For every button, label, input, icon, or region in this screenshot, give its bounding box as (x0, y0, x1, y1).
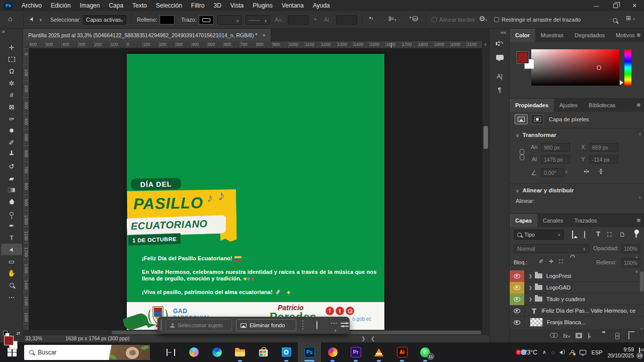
menu-imagen[interactable]: Imagen (75, 2, 104, 9)
document-info[interactable]: 1638 px x 1764 px (300 ppp) (65, 336, 129, 341)
tab-motivos[interactable]: Motivos (610, 29, 640, 42)
layer-row[interactable]: ❯Titulo y cuadros (510, 294, 644, 305)
dodge-tool[interactable] (1, 208, 22, 220)
menu-edicion[interactable]: Edición (46, 2, 75, 9)
menu-texto[interactable]: Texto (128, 2, 151, 9)
zoom-tool[interactable] (1, 279, 22, 291)
paragraph-panel-icon[interactable]: ¶ (490, 86, 510, 94)
taskbar-app-edge[interactable] (205, 342, 228, 362)
more-options-icon[interactable]: ⋯ (331, 319, 338, 327)
type-tool[interactable]: T (1, 232, 22, 244)
panel-foreground-swatch[interactable] (517, 52, 528, 63)
layer-row[interactable]: TiFeliz Día del Pas... Valle Hermoso, ce (510, 305, 644, 317)
marquee-tool[interactable] (1, 54, 22, 65)
lock-position-icon[interactable]: ✛ (549, 258, 553, 265)
new-layer-icon[interactable]: + (615, 333, 619, 339)
filter-adjustment-layers-icon[interactable] (584, 231, 585, 238)
remove-background-button[interactable]: Eliminar fondo (236, 319, 296, 331)
taskbar-search[interactable]: Buscar (24, 345, 150, 360)
toolbar-collapse-icon[interactable]: » (2, 29, 5, 34)
vertical-scrollbar-thumb[interactable] (484, 126, 488, 149)
add-mask-icon[interactable] (576, 333, 582, 338)
tab-propiedades[interactable]: Propiedades (510, 99, 554, 112)
brush-tool[interactable]: ✐ (1, 137, 22, 149)
expand-group-icon[interactable]: ❯ (529, 274, 532, 278)
taskbar-app-vlc[interactable] (367, 342, 390, 362)
restringir-checkbox[interactable]: Restringir el arrastre del trazado (494, 17, 581, 23)
zoom-level[interactable]: 33,33% (25, 336, 42, 341)
search-icon[interactable] (613, 16, 617, 24)
filter-pixel-layers-icon[interactable] (572, 231, 573, 238)
saturation-field[interactable] (531, 49, 619, 86)
language-indicator[interactable]: ESP (591, 349, 602, 355)
path-alignment-icon[interactable]: ⊫▾ (388, 15, 396, 23)
taskbar-app-whatsapp[interactable]: ✆11 (414, 342, 437, 362)
status-arrow-icon[interactable]: ❮ (371, 336, 375, 341)
adjustment-layer-icon[interactable]: ▾ (588, 333, 591, 339)
account-icon[interactable] (570, 350, 575, 355)
expand-group-icon[interactable]: ❯ (529, 285, 532, 290)
workspace-switcher-icon[interactable]: ⊞ ∨ (626, 15, 635, 22)
menu-seleccion[interactable]: Selección (151, 2, 187, 9)
taskbar-app-copilot[interactable] (182, 342, 205, 362)
vertical-scrollbar[interactable]: ∧ (482, 41, 489, 330)
gradient-tool[interactable] (1, 184, 22, 196)
align-section-header[interactable]: ∨Alinear y distribuir (516, 187, 574, 193)
history-panel-icon[interactable]: ⑆↷ (490, 40, 510, 47)
path-selection-tool[interactable]: ➤ (1, 244, 22, 255)
foreground-color-swatch[interactable] (4, 336, 14, 345)
hue-strip[interactable] (624, 49, 631, 86)
tab-capas[interactable]: Capas (510, 214, 537, 227)
clone-stamp-tool[interactable]: ┻ (1, 149, 22, 160)
object-selection-tool[interactable]: ✲ (1, 78, 22, 89)
frame-tool[interactable]: ⊠ (1, 101, 22, 113)
tab-bibliotecas[interactable]: Bibliotecas (583, 99, 621, 112)
capas-activas-dropdown[interactable]: Capas activas ∨ (83, 15, 126, 25)
clock[interactable]: 9:5920/10/2025 (607, 346, 634, 358)
minimize-button[interactable]: — (587, 0, 606, 11)
default-colors-icon[interactable] (3, 331, 8, 335)
search-highlight-image[interactable] (106, 345, 150, 360)
panel-menu-icon[interactable]: ≡ (636, 101, 640, 109)
menu-plugins[interactable]: Plugins (248, 2, 277, 9)
taskbar-app-photoshop[interactable]: Ps (298, 342, 321, 362)
network-display-icon[interactable] (580, 350, 586, 354)
comments-panel-icon[interactable] (490, 54, 510, 61)
mask-icon[interactable] (531, 114, 544, 124)
filter-toggle[interactable] (634, 230, 639, 238)
filter-smart-objects-icon[interactable]: 🗋 (619, 231, 625, 238)
swap-colors-icon[interactable]: ⇄ (16, 331, 20, 336)
lock-artboard-icon[interactable]: ⛶ (559, 258, 563, 265)
menu-ayuda[interactable]: Ayuda (308, 2, 335, 9)
delete-layer-icon[interactable] (628, 333, 629, 339)
restore-button[interactable] (606, 0, 625, 11)
menu-capa[interactable]: Capa (104, 2, 128, 9)
pixel-layer-icon[interactable] (515, 114, 528, 124)
taskbar-app-premiere[interactable]: Pr (344, 342, 367, 362)
menu-3d[interactable]: 3D (209, 2, 225, 9)
character-panel-icon[interactable]: A| (490, 73, 510, 80)
layer-row[interactable]: ❯LogoPresi (510, 270, 644, 282)
eyedropper-tool[interactable]: ✑ (1, 113, 22, 125)
canvas-viewport[interactable]: DÍA DEL PASILLO ♪ ♪ ECUATORIANO 1 DE OCT… (29, 48, 482, 330)
tray-app-icon[interactable]: ◌ (551, 349, 555, 355)
tab-canales[interactable]: Canales (537, 214, 569, 227)
filter-type-layers-icon[interactable]: T (596, 230, 600, 238)
path-operations-icon[interactable]: ▪▾ (369, 15, 373, 21)
scroll-up-icon[interactable]: ∧ (484, 42, 487, 47)
expand-group-icon[interactable]: ❯ (529, 297, 532, 302)
tab-degradados[interactable]: Degradados (569, 29, 610, 42)
layer-row[interactable]: ❯LogoGAD (510, 282, 644, 294)
status-arrow-icon[interactable]: ❯ (361, 336, 365, 341)
volume-icon[interactable] (559, 350, 562, 354)
eraser-tool[interactable]: ▰ (1, 173, 22, 184)
lasso-tool[interactable]: Ω (1, 65, 22, 77)
horizontal-ruler[interactable]: 6005004003002001000100200300400500600700… (29, 41, 482, 48)
layer-visibility-cell[interactable] (510, 294, 525, 305)
tab-muestras[interactable]: Muestras (535, 29, 569, 42)
menu-filtro[interactable]: Filtro (187, 2, 209, 9)
notification-center[interactable]: 10 (639, 348, 640, 357)
tab-trazados[interactable]: Trazados (569, 214, 602, 227)
taskbar-app-illustrator[interactable]: Ai (390, 342, 414, 362)
taskbar-drag-handle[interactable] (160, 319, 162, 331)
